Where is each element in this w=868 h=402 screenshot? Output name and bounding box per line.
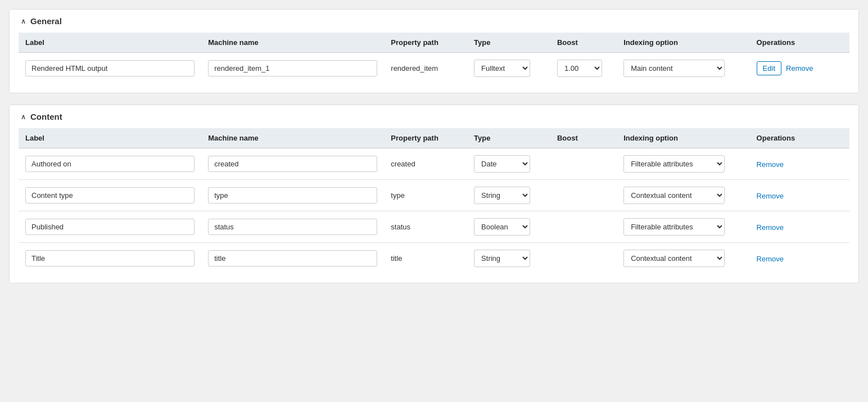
- type-select[interactable]: FulltextStringIntegerFloatDateBoolean: [474, 187, 530, 204]
- table-row: titleFulltextStringIntegerFloatDateBoole…: [19, 243, 849, 274]
- machine-name-input[interactable]: [208, 187, 377, 204]
- content-col-property: Property path: [384, 128, 467, 148]
- operations-cell: Remove: [750, 211, 849, 243]
- general-table: Label Machine name Property path Type Bo…: [19, 33, 849, 84]
- indexing-select-wrap: Main contentFulltextFilterable attribute…: [623, 155, 725, 173]
- general-table-head: Label Machine name Property path Type Bo…: [19, 33, 849, 53]
- content-table-wrapper: Label Machine name Property path Type Bo…: [10, 128, 858, 283]
- indexing-option-select[interactable]: Main contentFulltextFilterable attribute…: [624, 219, 724, 235]
- label-input[interactable]: [25, 219, 195, 235]
- boost-select[interactable]: 0.000.500.801.002.004.008.0021.00: [558, 60, 602, 76]
- label-input[interactable]: [25, 156, 195, 172]
- table-row: createdFulltextStringIntegerFloatDateBoo…: [19, 148, 849, 180]
- general-col-property: Property path: [384, 33, 467, 53]
- content-section-header: ∧ Content: [10, 105, 858, 128]
- remove-button[interactable]: Remove: [757, 255, 784, 263]
- property-path-cell: status: [384, 211, 467, 243]
- remove-button[interactable]: Remove: [757, 192, 784, 200]
- content-section-title: Content: [30, 112, 62, 121]
- table-row: typeFulltextStringIntegerFloatDateBoolea…: [19, 180, 849, 211]
- type-select[interactable]: FulltextStringIntegerFloatDateBoolean: [474, 250, 530, 267]
- general-col-indexing: Indexing option: [617, 33, 749, 53]
- type-select-wrap: FulltextStringIntegerFloatDateBoolean: [474, 187, 530, 204]
- remove-button[interactable]: Remove: [757, 223, 784, 232]
- general-table-body: rendered_itemFulltextStringIntegerFloatD…: [19, 53, 849, 84]
- indexing-option-select[interactable]: Main contentFulltextFilterable attribute…: [624, 60, 724, 76]
- content-chevron-icon[interactable]: ∧: [21, 113, 26, 121]
- operations-cell: Remove: [750, 180, 849, 211]
- general-col-boost: Boost: [550, 33, 617, 53]
- content-col-label: Label: [19, 128, 201, 148]
- content-table-body: createdFulltextStringIntegerFloatDateBoo…: [19, 148, 849, 274]
- general-chevron-icon[interactable]: ∧: [21, 17, 26, 25]
- indexing-option-select[interactable]: Main contentFulltextFilterable attribute…: [624, 187, 724, 204]
- type-select[interactable]: FulltextStringIntegerFloatDateBoolean: [474, 156, 530, 172]
- type-select[interactable]: FulltextStringIntegerFloatDateBoolean: [474, 60, 530, 76]
- general-table-wrapper: Label Machine name Property path Type Bo…: [10, 33, 858, 93]
- content-table-head: Label Machine name Property path Type Bo…: [19, 128, 849, 148]
- type-select-wrap: FulltextStringIntegerFloatDateBoolean: [474, 218, 530, 236]
- property-path-cell: rendered_item: [384, 53, 467, 84]
- indexing-select-wrap: Main contentFulltextFilterable attribute…: [623, 250, 725, 267]
- label-input[interactable]: [25, 187, 195, 204]
- content-col-machine: Machine name: [201, 128, 384, 148]
- table-row: statusFulltextStringIntegerFloatDateBool…: [19, 211, 849, 243]
- general-col-machine: Machine name: [201, 33, 384, 53]
- remove-button[interactable]: Remove: [786, 64, 813, 73]
- content-col-boost: Boost: [550, 128, 617, 148]
- general-section-title: General: [30, 16, 62, 26]
- machine-name-input[interactable]: [208, 60, 377, 76]
- indexing-option-select[interactable]: Main contentFulltextFilterable attribute…: [624, 156, 724, 172]
- content-col-type: Type: [467, 128, 550, 148]
- property-path-cell: title: [384, 243, 467, 274]
- content-table: Label Machine name Property path Type Bo…: [19, 128, 849, 274]
- general-col-label: Label: [19, 33, 201, 53]
- machine-name-input[interactable]: [208, 219, 377, 235]
- boost-select-wrap: 0.000.500.801.002.004.008.0021.00: [557, 60, 602, 77]
- content-section: ∧ Content Label Machine name Property pa…: [9, 105, 859, 283]
- machine-name-input[interactable]: [208, 250, 377, 267]
- general-header-row: Label Machine name Property path Type Bo…: [19, 33, 849, 53]
- content-col-indexing: Indexing option: [617, 128, 749, 148]
- label-input[interactable]: [25, 250, 195, 267]
- type-select-wrap: FulltextStringIntegerFloatDateBoolean: [474, 60, 530, 77]
- content-col-ops: Operations: [750, 128, 849, 148]
- edit-button[interactable]: Edit: [757, 61, 781, 75]
- label-input[interactable]: [25, 60, 195, 76]
- general-col-ops: Operations: [750, 33, 849, 53]
- general-section-header: ∧ General: [10, 10, 858, 33]
- property-path-cell: created: [384, 148, 467, 180]
- type-select-wrap: FulltextStringIntegerFloatDateBoolean: [474, 250, 530, 267]
- table-row: rendered_itemFulltextStringIntegerFloatD…: [19, 53, 849, 84]
- content-header-row: Label Machine name Property path Type Bo…: [19, 128, 849, 148]
- property-path-cell: type: [384, 180, 467, 211]
- indexing-select-wrap: Main contentFulltextFilterable attribute…: [623, 187, 725, 204]
- indexing-select-wrap: Main contentFulltextFilterable attribute…: [623, 60, 725, 77]
- type-select-wrap: FulltextStringIntegerFloatDateBoolean: [474, 155, 530, 173]
- indexing-option-select[interactable]: Main contentFulltextFilterable attribute…: [624, 250, 724, 267]
- indexing-select-wrap: Main contentFulltextFilterable attribute…: [623, 218, 725, 236]
- machine-name-input[interactable]: [208, 156, 377, 172]
- operations-cell: Remove: [750, 148, 849, 180]
- operations-cell: Remove: [750, 243, 849, 274]
- general-section: ∧ General Label Machine name Property pa…: [9, 9, 859, 93]
- general-col-type: Type: [467, 33, 550, 53]
- operations-cell: EditRemove: [750, 53, 849, 84]
- remove-button[interactable]: Remove: [757, 160, 784, 169]
- type-select[interactable]: FulltextStringIntegerFloatDateBoolean: [474, 219, 530, 235]
